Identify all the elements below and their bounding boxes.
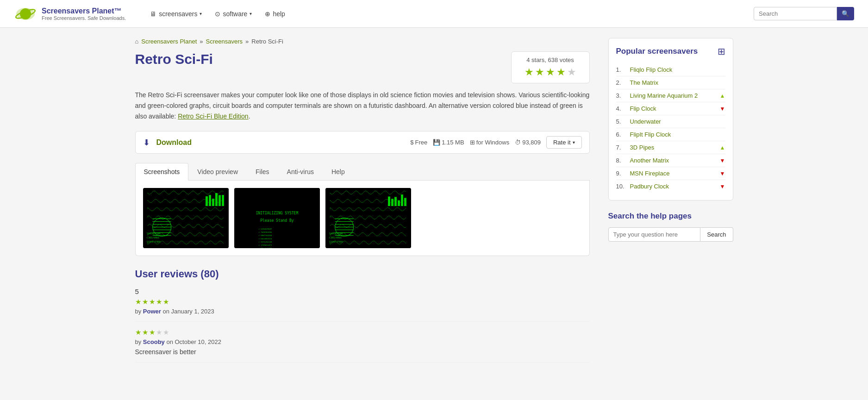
popular-screensavers-section: Popular screensavers ⊞ 1. Fliqlo Flip Cl… [608, 38, 733, 200]
help-search-input[interactable] [608, 227, 701, 242]
help-icon: ⊕ [265, 10, 270, 18]
popular-item-5: 5. Underwater [616, 115, 725, 128]
tab-help[interactable]: Help [323, 163, 354, 180]
popular-link-9[interactable]: MSN Fireplace [630, 170, 717, 177]
tab-video-preview[interactable]: Video preview [188, 163, 247, 180]
nav-software[interactable]: ⊙ software ▾ [209, 7, 257, 20]
r2-star-3: ★ [149, 328, 155, 337]
r2-star-5: ★ [163, 328, 169, 337]
star-5: ★ [567, 66, 576, 78]
screenshot-3[interactable] [325, 188, 411, 248]
arrow-down-icon-4: ▼ [720, 106, 725, 112]
logo-subtitle: Free Screensavers. Safe Downloads. [42, 15, 126, 21]
popular-link-4[interactable]: Flip Clock [630, 105, 717, 112]
popular-link-8[interactable]: Another Matrix [630, 157, 717, 164]
search-area: 🔍 [754, 7, 854, 20]
star-4: ★ [556, 66, 566, 78]
review-2-meta: by Scooby on October 10, 2022 [135, 338, 590, 345]
views-icon: ⏱ [515, 139, 521, 146]
tab-screenshots[interactable]: Screenshots [135, 163, 189, 181]
tab-files[interactable]: Files [247, 163, 278, 180]
breadcrumb-screensavers-link[interactable]: Screensavers [206, 38, 243, 45]
breadcrumb-sep-1: » [200, 38, 203, 45]
tab-bar: Screenshots Video preview Files Anti-vir… [135, 163, 590, 181]
popular-link-5[interactable]: Underwater [630, 118, 725, 125]
home-icon: ⌂ [135, 38, 139, 45]
r1-star-4: ★ [156, 298, 162, 306]
popular-item-9: 9. MSN Fireplace ▼ [616, 167, 725, 180]
popular-num-5: 5. [616, 118, 627, 125]
nav-help-label: help [273, 10, 285, 18]
popular-list: 1. Fliqlo Flip Clock 2. The Matrix 3. Li… [616, 63, 725, 193]
header: Screensavers Planet™ Free Screensavers. … [0, 0, 868, 28]
popular-num-4: 4. [616, 105, 627, 112]
platform-value: for Windows [476, 139, 510, 146]
arrow-down-icon-8: ▼ [720, 157, 725, 164]
popular-num-2: 2. [616, 79, 627, 86]
monitor-icon: 🖥 [150, 10, 156, 18]
views-value: 93,809 [522, 139, 541, 146]
popular-link-7[interactable]: 3D Pipes [630, 144, 717, 151]
popular-num-8: 8. [616, 157, 627, 164]
nav-screensavers[interactable]: 🖥 screensavers ▾ [144, 7, 207, 20]
star-1: ★ [525, 66, 534, 78]
description: The Retro Sci-Fi screensaver makes your … [135, 90, 590, 122]
price-label: $ Free [410, 139, 427, 146]
screenshot-1[interactable] [143, 188, 229, 248]
size-icon: 💾 [433, 139, 440, 146]
popular-item-4: 4. Flip Clock ▼ [616, 102, 725, 115]
screenshots-grid [143, 188, 582, 248]
popular-link-3[interactable]: Living Marine Aquarium 2 [630, 92, 717, 99]
reviews-title: User reviews (80) [135, 268, 590, 280]
content-area: ⌂ Screensavers Planet » Screensavers » R… [135, 38, 590, 369]
download-link[interactable]: Download [156, 138, 192, 147]
arrow-down-icon-9: ▼ [720, 170, 725, 177]
search-button[interactable]: 🔍 [837, 7, 854, 20]
breadcrumb: ⌂ Screensavers Planet » Screensavers » R… [135, 38, 590, 45]
review-2-author: Scooby [143, 338, 165, 345]
search-input[interactable] [754, 7, 837, 20]
search-icon: 🔍 [842, 10, 849, 17]
popular-num-3: 3. [616, 92, 627, 99]
r1-star-2: ★ [142, 298, 148, 306]
tab-antivirus[interactable]: Anti-virus [278, 163, 323, 180]
chevron-down-icon: ▾ [200, 11, 202, 16]
tabs-container: Screenshots Video preview Files Anti-vir… [135, 163, 590, 256]
rating-stars: ★ ★ ★ ★ ★ [520, 66, 581, 78]
popular-link-2[interactable]: The Matrix [630, 79, 725, 86]
r2-star-4: ★ [156, 328, 162, 337]
popular-num-7: 7. [616, 144, 627, 151]
page-title: Retro Sci-Fi [135, 51, 213, 67]
review-1-stars: ★ ★ ★ ★ ★ [135, 298, 590, 306]
breadcrumb-sep-2: » [245, 38, 249, 45]
nav-help[interactable]: ⊕ help [259, 7, 290, 20]
popular-item-10: 10. Padbury Clock ▼ [616, 180, 725, 193]
popular-header: Popular screensavers ⊞ [616, 46, 725, 57]
help-search-section: Search the help pages Search [608, 212, 733, 242]
popular-item-7: 7. 3D Pipes ▲ [616, 141, 725, 154]
arrow-down-icon-10: ▼ [720, 183, 725, 190]
review-1-date: January 1, 2023 [171, 308, 214, 315]
popular-title: Popular screensavers [616, 47, 698, 56]
popular-link-10[interactable]: Padbury Clock [630, 183, 717, 190]
download-arrow-icon: ⬇ [143, 138, 150, 148]
logo-link[interactable]: Screensavers Planet™ Free Screensavers. … [14, 5, 126, 23]
review-item-2: ★ ★ ★ ★ ★ by Scooby on October 10, 2022 … [135, 328, 590, 362]
help-search-button[interactable]: Search [700, 227, 733, 242]
breadcrumb-home-link[interactable]: Screensavers Planet [141, 38, 197, 45]
main-container: ⌂ Screensavers Planet » Screensavers » R… [124, 28, 744, 379]
download-meta: $ Free 💾 1.15 MB ⊞ for Windows ⏱ 93,809 … [410, 136, 581, 149]
rating-label: 4 stars, 638 votes [520, 56, 581, 63]
popular-link-6[interactable]: FlipIt Flip Clock [630, 131, 725, 138]
blue-edition-link[interactable]: Retro Sci-Fi Blue Edition [178, 112, 249, 120]
logo-title: Screensavers Planet™ [42, 7, 126, 15]
popular-link-1[interactable]: Fliqlo Flip Clock [630, 66, 725, 73]
size-label: 💾 1.15 MB [433, 139, 464, 146]
software-icon: ⊙ [215, 10, 220, 18]
size-value: 1.15 MB [442, 139, 464, 146]
star-2: ★ [535, 66, 544, 78]
arrow-up-icon-3: ▲ [720, 93, 725, 99]
rate-it-button[interactable]: Rate it ▾ [546, 136, 582, 149]
screenshot-2[interactable] [234, 188, 320, 248]
platform-label: ⊞ for Windows [470, 139, 510, 146]
